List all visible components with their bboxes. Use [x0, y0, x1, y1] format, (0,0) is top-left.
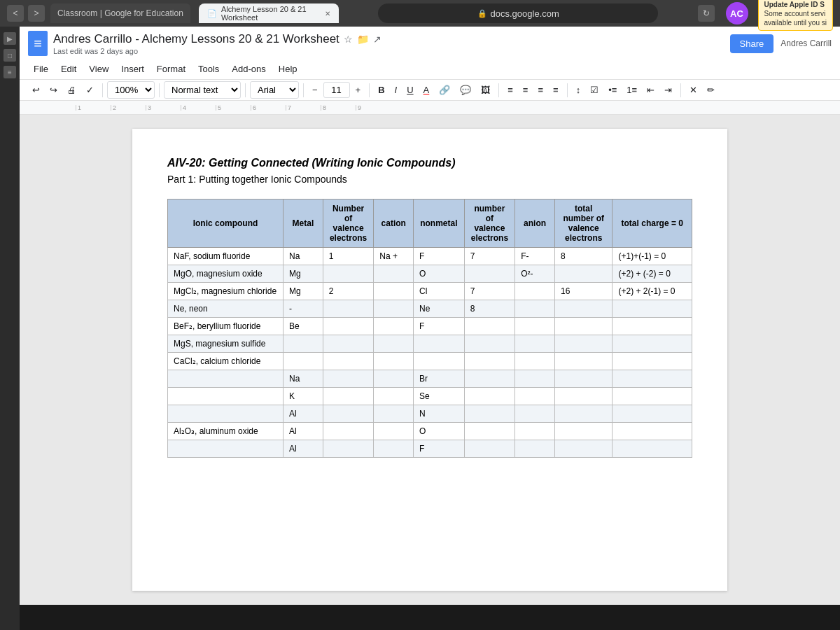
table-cell-11-2[interactable] — [323, 440, 374, 458]
table-cell-9-8[interactable] — [612, 405, 692, 423]
table-cell-10-2[interactable] — [323, 423, 374, 440]
align-right-button[interactable]: ≡ — [533, 82, 547, 98]
print-button[interactable]: 🖨 — [63, 82, 80, 98]
table-cell-1-0[interactable]: MgO, magnesium oxide — [168, 265, 284, 283]
edit-mode-button[interactable]: ✏ — [703, 82, 719, 98]
table-cell-4-4[interactable]: F — [414, 318, 465, 335]
star-icon[interactable]: ☆ — [344, 34, 353, 45]
table-cell-3-6[interactable] — [515, 300, 555, 318]
sidebar-icon-2[interactable]: □ — [4, 49, 16, 62]
table-cell-10-5[interactable] — [464, 423, 515, 440]
table-cell-6-3[interactable] — [374, 353, 414, 370]
align-center-button[interactable]: ≡ — [519, 82, 533, 98]
table-cell-1-3[interactable] — [374, 265, 414, 283]
font-size-increase[interactable]: + — [351, 82, 365, 98]
address-bar[interactable]: 🔒 docs.google.com — [378, 4, 658, 23]
table-cell-5-1[interactable] — [284, 335, 323, 353]
table-cell-7-6[interactable] — [515, 370, 555, 388]
table-cell-5-7[interactable] — [554, 335, 612, 353]
menu-view[interactable]: View — [83, 62, 114, 76]
table-cell-9-7[interactable] — [554, 405, 612, 423]
table-cell-0-6[interactable]: F- — [515, 248, 555, 265]
table-cell-9-0[interactable] — [168, 405, 284, 423]
share-button[interactable]: Share — [730, 34, 774, 53]
table-cell-5-6[interactable] — [515, 335, 555, 353]
table-cell-4-6[interactable] — [515, 318, 555, 335]
table-cell-3-5[interactable]: 8 — [464, 300, 515, 318]
clear-format-button[interactable]: ✕ — [685, 82, 701, 98]
table-cell-2-3[interactable] — [374, 283, 414, 300]
table-cell-4-2[interactable] — [323, 318, 374, 335]
table-cell-10-6[interactable] — [515, 423, 555, 440]
table-cell-6-5[interactable] — [464, 353, 515, 370]
text-color-button[interactable]: A — [419, 82, 434, 98]
table-cell-11-3[interactable] — [374, 440, 414, 458]
menu-file[interactable]: File — [28, 62, 54, 76]
table-cell-2-7[interactable]: 16 — [554, 283, 612, 300]
menu-tools[interactable]: Tools — [192, 62, 225, 76]
table-cell-11-7[interactable] — [554, 440, 612, 458]
italic-button[interactable]: I — [391, 82, 402, 98]
zoom-select[interactable]: 100% — [107, 81, 155, 99]
table-cell-8-0[interactable] — [168, 388, 284, 405]
table-cell-3-4[interactable]: Ne — [414, 300, 465, 318]
table-cell-6-2[interactable] — [323, 353, 374, 370]
numbered-list-button[interactable]: 1≡ — [622, 82, 641, 98]
indent-decrease-button[interactable]: ⇤ — [643, 82, 659, 98]
table-cell-4-8[interactable] — [612, 318, 692, 335]
font-select[interactable]: Arial — [250, 81, 299, 99]
user-avatar[interactable]: AC — [726, 2, 748, 24]
table-cell-0-2[interactable]: 1 — [323, 248, 374, 265]
table-cell-1-6[interactable]: O²- — [515, 265, 555, 283]
menu-edit[interactable]: Edit — [55, 62, 82, 76]
table-cell-0-4[interactable]: F — [414, 248, 465, 265]
table-cell-8-8[interactable] — [612, 388, 692, 405]
table-cell-8-4[interactable]: Se — [414, 388, 465, 405]
indent-increase-button[interactable]: ⇥ — [660, 82, 676, 98]
table-cell-3-7[interactable] — [554, 300, 612, 318]
sidebar-icon-1[interactable]: ▶ — [4, 32, 16, 45]
table-cell-1-4[interactable]: O — [414, 265, 465, 283]
table-cell-3-2[interactable] — [323, 300, 374, 318]
table-cell-7-0[interactable] — [168, 370, 284, 388]
table-cell-6-8[interactable] — [612, 353, 692, 370]
underline-button[interactable]: U — [402, 82, 417, 98]
table-cell-5-0[interactable]: MgS, magnesium sulfide — [168, 335, 284, 353]
table-cell-9-1[interactable]: Al — [284, 405, 323, 423]
table-cell-7-3[interactable] — [374, 370, 414, 388]
refresh-button[interactable]: ↻ — [698, 5, 715, 22]
table-cell-10-0[interactable]: Al₂O₃, aluminum oxide — [168, 423, 284, 440]
table-cell-11-1[interactable]: Al — [284, 440, 323, 458]
active-tab[interactable]: 📄 Alchemy Lesson 20 & 21 Worksheet ✕ — [199, 4, 339, 23]
sidebar-icon-3[interactable]: ≡ — [4, 66, 16, 78]
table-cell-8-6[interactable] — [515, 388, 555, 405]
table-cell-4-0[interactable]: BeF₂, beryllium fluoride — [168, 318, 284, 335]
table-cell-2-0[interactable]: MgCl₂, magnesium chloride — [168, 283, 284, 300]
table-cell-5-4[interactable] — [414, 335, 465, 353]
table-cell-5-2[interactable] — [323, 335, 374, 353]
table-cell-4-7[interactable] — [554, 318, 612, 335]
table-cell-5-5[interactable] — [464, 335, 515, 353]
table-cell-1-1[interactable]: Mg — [284, 265, 323, 283]
table-cell-11-4[interactable]: F — [414, 440, 465, 458]
table-cell-0-5[interactable]: 7 — [464, 248, 515, 265]
table-cell-11-6[interactable] — [515, 440, 555, 458]
table-cell-8-5[interactable] — [464, 388, 515, 405]
table-cell-1-5[interactable] — [464, 265, 515, 283]
table-cell-2-4[interactable]: Cl — [414, 283, 465, 300]
align-justify-button[interactable]: ≡ — [549, 82, 563, 98]
table-cell-1-8[interactable]: (+2) + (-2) = 0 — [612, 265, 692, 283]
back-button[interactable]: < — [7, 5, 24, 22]
table-cell-6-4[interactable] — [414, 353, 465, 370]
table-cell-0-8[interactable]: (+1)+(-1) = 0 — [612, 248, 692, 265]
table-cell-10-4[interactable]: O — [414, 423, 465, 440]
table-cell-0-7[interactable]: 8 — [554, 248, 612, 265]
table-cell-8-7[interactable] — [554, 388, 612, 405]
redo-button[interactable]: ↪ — [46, 82, 62, 98]
table-cell-5-3[interactable] — [374, 335, 414, 353]
table-cell-10-1[interactable]: Al — [284, 423, 323, 440]
table-cell-10-7[interactable] — [554, 423, 612, 440]
table-cell-11-8[interactable] — [612, 440, 692, 458]
table-cell-1-2[interactable] — [323, 265, 374, 283]
table-cell-8-2[interactable] — [323, 388, 374, 405]
